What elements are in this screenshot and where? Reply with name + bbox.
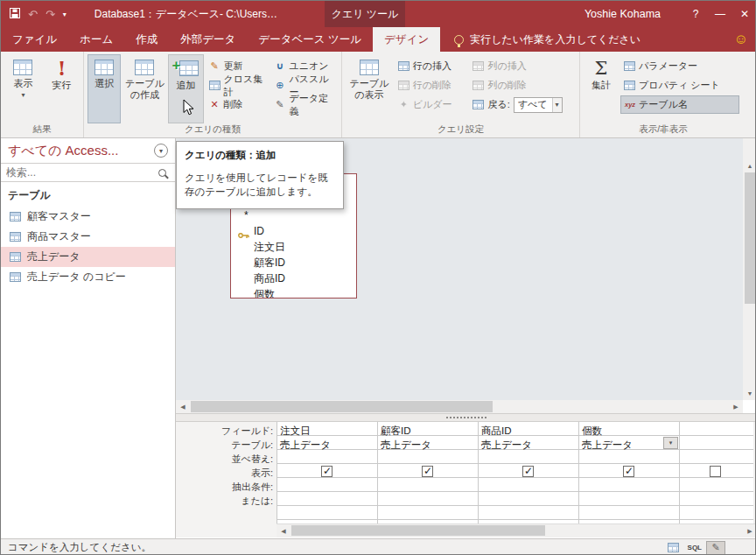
show-checkbox[interactable]	[422, 466, 433, 477]
tab-external-data[interactable]: 外部データ	[169, 27, 247, 52]
table-names-button[interactable]: xyz テーブル名	[620, 95, 739, 114]
totals-button[interactable]: Σ 集計	[584, 54, 619, 123]
append-query-tooltip: クエリの種類：追加 クエリを使用してレコードを既存のテーブルに追加します。	[176, 141, 344, 209]
query-grid[interactable]	[276, 422, 753, 523]
design-view-icon: ✎	[710, 542, 722, 553]
nav-pane-menu-icon[interactable]: ▾	[154, 144, 168, 158]
return-combo[interactable]: すべて ▾	[514, 97, 563, 113]
parameters-button[interactable]: パラメーター	[620, 57, 739, 75]
field-item-asterisk[interactable]: *	[231, 207, 356, 223]
data-definition-query-button[interactable]: ✎ データ定義	[270, 95, 338, 114]
nav-item-sales-data[interactable]: 売上データ	[1, 247, 175, 267]
qat-customize-icon[interactable]: ▾	[63, 11, 66, 18]
show-checkbox[interactable]	[522, 466, 534, 477]
grid-table-cell[interactable]: 売上データ	[381, 439, 431, 452]
field-item-product-id[interactable]: 商品ID	[231, 270, 356, 286]
grid-table-cell[interactable]: 売上データ	[280, 439, 331, 452]
property-sheet-icon	[624, 81, 635, 90]
field-item-id[interactable]: ID	[231, 223, 356, 239]
table-cell-dropdown-icon[interactable]: ▾	[663, 437, 678, 449]
show-checkbox[interactable]	[321, 466, 332, 477]
row-label-show: 表示:	[176, 467, 273, 480]
delete-columns-button[interactable]: 列の削除	[469, 76, 576, 95]
row-label-criteria: 抽出条件:	[176, 481, 273, 494]
grid-field-cell[interactable]: 顧客ID	[381, 425, 411, 438]
user-name[interactable]: Yoshie Kohama	[584, 8, 661, 20]
tab-create[interactable]: 作成	[124, 27, 169, 52]
field-item-quantity[interactable]: 個数	[231, 286, 356, 299]
row-label-or: または:	[176, 495, 273, 508]
insert-columns-icon	[472, 61, 484, 71]
grid-field-cell[interactable]: 個数	[582, 425, 602, 438]
pane-splitter[interactable]	[176, 413, 756, 422]
builder-button[interactable]: ✦ ビルダー	[395, 95, 468, 114]
vertical-scroll-thumb[interactable]	[745, 172, 755, 304]
minimize-button[interactable]: —	[708, 1, 732, 27]
field-item-customer-id[interactable]: 顧客ID	[231, 255, 356, 270]
feedback-smiley-icon[interactable]: ☺	[734, 27, 756, 52]
redo-icon[interactable]: ↷	[46, 8, 55, 21]
field-item-order-date[interactable]: 注文日	[231, 239, 356, 255]
tab-home[interactable]: ホーム	[68, 27, 124, 52]
save-icon[interactable]	[10, 6, 20, 22]
insert-columns-button[interactable]: 列の挿入	[469, 57, 576, 75]
builder-wand-icon: ✦	[398, 99, 410, 110]
table-icon	[10, 212, 21, 221]
delete-query-button[interactable]: ✕ 削除	[206, 95, 270, 114]
crosstab-query-button[interactable]: クロス集計	[206, 76, 270, 95]
horizontal-scroll-thumb[interactable]	[191, 401, 493, 412]
delete-rows-button[interactable]: 行の削除	[395, 76, 468, 95]
scroll-down-icon[interactable]: ▼	[743, 386, 756, 400]
scroll-right-icon[interactable]: ▶	[729, 400, 743, 414]
group-label-query-type: クエリの種類	[84, 123, 341, 136]
nav-pane-header[interactable]: すべての Access... ▾	[1, 138, 175, 163]
search-input[interactable]	[6, 166, 158, 179]
combo-chevron-icon[interactable]: ▾	[552, 98, 562, 112]
datasheet-view-button[interactable]	[664, 541, 683, 555]
tell-me-box[interactable]: 実行したい作業を入力してください	[454, 27, 640, 52]
sql-view-button[interactable]: SQL	[685, 541, 704, 555]
grid-field-cell[interactable]: 商品ID	[481, 425, 512, 438]
show-table-button[interactable]: テーブルの表示	[346, 54, 393, 123]
view-button[interactable]: 表示 ▾	[4, 54, 42, 123]
scroll-up-icon[interactable]: ▲	[743, 158, 756, 172]
xyz-icon: xyz	[625, 101, 635, 109]
nav-item-product-master[interactable]: 商品マスター	[1, 227, 175, 247]
grid-field-cell[interactable]: 注文日	[280, 425, 311, 438]
search-icon[interactable]	[158, 169, 166, 177]
select-query-button[interactable]: 選択	[88, 54, 121, 123]
scroll-right-icon[interactable]: ▶	[743, 524, 756, 538]
delete-rows-icon	[398, 81, 410, 90]
insert-rows-button[interactable]: 行の挿入	[395, 57, 468, 75]
help-button[interactable]: ?	[683, 1, 708, 27]
run-button[interactable]: ! 実行	[44, 54, 80, 123]
chevron-down-icon: ▾	[21, 91, 24, 99]
tab-database-tools[interactable]: データベース ツール	[247, 27, 373, 52]
quick-access-toolbar: ↶ ↷ ▾	[1, 6, 75, 22]
show-checkbox[interactable]	[710, 466, 721, 477]
scroll-left-icon[interactable]: ◀	[176, 400, 190, 414]
select-query-icon	[94, 60, 114, 75]
tab-design[interactable]: デザイン	[373, 27, 440, 52]
grid-table-cell[interactable]: 売上データ	[481, 439, 532, 452]
sigma-icon: Σ	[595, 60, 608, 77]
scroll-left-icon[interactable]: ◀	[276, 524, 290, 538]
property-sheet-button[interactable]: プロパティ シート	[620, 76, 739, 95]
group-label-query-setup: クエリ設定	[342, 123, 579, 136]
grid-table-cell[interactable]: 売上データ	[582, 439, 633, 452]
nav-item-customer-master[interactable]: 顧客マスター	[1, 207, 175, 227]
crosstab-table-icon	[209, 81, 220, 90]
make-table-query-button[interactable]: テーブルの作成	[122, 54, 166, 123]
row-label-table: テーブル:	[176, 439, 273, 452]
show-checkbox[interactable]	[623, 466, 634, 477]
tab-file[interactable]: ファイル	[1, 27, 68, 52]
ribbon: 表示 ▾ ! 実行 結果 選択 テーブルの作成 +	[1, 52, 756, 138]
undo-icon[interactable]: ↶	[28, 8, 38, 21]
grid-scroll-thumb[interactable]	[291, 525, 545, 536]
tooltip-body: クエリを使用してレコードを既存のテーブルに追加します。	[185, 171, 335, 200]
design-view-button[interactable]: ✎	[706, 541, 725, 555]
nav-item-sales-data-copy[interactable]: 売上データ のコピー	[1, 267, 175, 287]
close-button[interactable]: ✕	[732, 1, 756, 27]
tooltip-title: クエリの種類：追加	[185, 148, 335, 163]
nav-group-tables[interactable]: テーブル	[1, 186, 175, 205]
